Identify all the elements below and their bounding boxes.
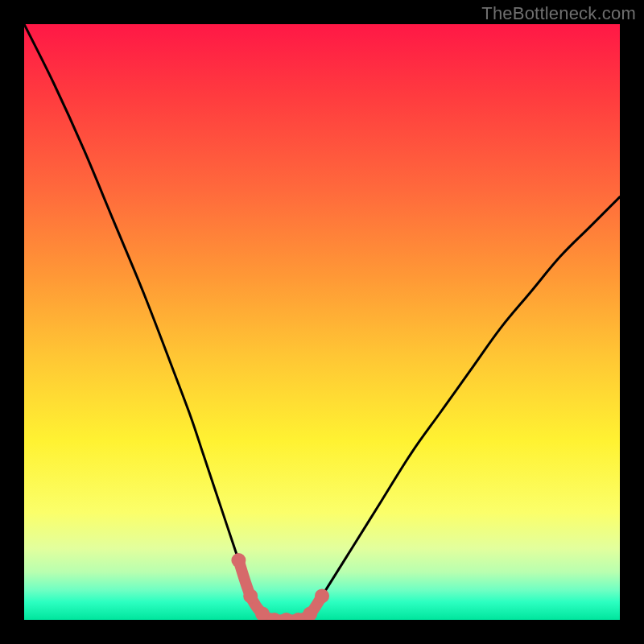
highlight-dot xyxy=(243,588,258,603)
highlight-dot xyxy=(231,553,246,568)
bottleneck-curve-path xyxy=(24,24,620,620)
curve-group xyxy=(24,24,620,620)
chart-svg xyxy=(24,24,620,620)
highlight-dot xyxy=(315,588,329,603)
stage: TheBottleneck.com xyxy=(0,0,644,644)
plot-area xyxy=(24,24,620,620)
watermark-text: TheBottleneck.com xyxy=(481,3,636,24)
